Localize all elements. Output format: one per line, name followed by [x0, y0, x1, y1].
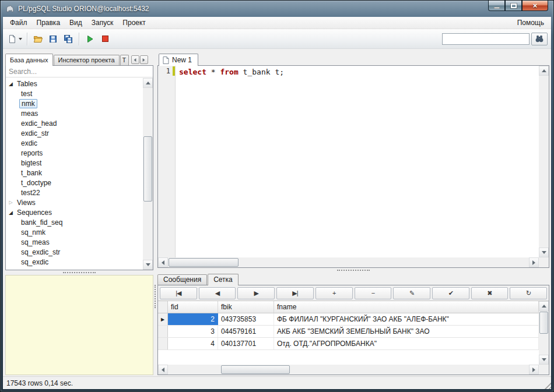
cell-fid[interactable]: 3: [168, 326, 218, 337]
menu-help[interactable]: Помощь: [513, 17, 549, 28]
cancel-edit-button[interactable]: ✖: [471, 287, 509, 299]
scrollbar-thumb[interactable]: [169, 258, 239, 267]
tree-item-bank-fid-seq[interactable]: bank_fid_seq: [6, 217, 143, 227]
save-all-button[interactable]: [61, 32, 75, 46]
tree-item-t-bank[interactable]: t_bank: [6, 168, 143, 178]
tree-item-bigtest[interactable]: bigtest: [6, 158, 143, 168]
menu-run[interactable]: Запуск: [87, 17, 118, 28]
insert-record-button[interactable]: +: [315, 287, 353, 299]
tree-item-exdic-head[interactable]: exdic_head: [6, 118, 143, 128]
tree-item-reports[interactable]: reports: [6, 148, 143, 158]
arrow-up-icon: [146, 82, 150, 84]
tree-group-views[interactable]: ▷Views: [6, 197, 143, 207]
cell-fname[interactable]: АКБ АКБ "ЗЕМСКИЙ ЗЕМЕЛЬНЫЙ БАНК" ЗАО: [274, 326, 539, 337]
editor-horizontal-scrollbar[interactable]: [158, 257, 539, 267]
tree-item-exdic-str[interactable]: exdic_str: [6, 128, 143, 138]
post-edit-button[interactable]: ✔: [432, 287, 469, 299]
prior-record-button[interactable]: ◀: [199, 287, 236, 299]
tree-group-sequences[interactable]: ◢Sequences: [6, 207, 143, 217]
editor-tab-new1[interactable]: New 1: [159, 54, 198, 66]
menu-project[interactable]: Проект: [118, 17, 150, 28]
first-record-button[interactable]: |◀: [160, 287, 197, 299]
column-header-fbik[interactable]: fbik: [218, 301, 274, 313]
toolbar-search-input[interactable]: [442, 33, 530, 45]
maximize-button[interactable]: [505, 1, 522, 11]
table-row[interactable]: ▶ 2 043735853 ФБ ФИЛИАЛ "КУРГАНСКИЙ" ЗАО…: [158, 313, 539, 326]
tab-messages[interactable]: Сообщения: [157, 274, 207, 285]
tab-scroll-right-button[interactable]: [140, 55, 148, 64]
stop-button[interactable]: [98, 32, 112, 46]
open-file-button[interactable]: [31, 32, 45, 46]
scroll-down-button[interactable]: [539, 248, 549, 257]
tab-clipped[interactable]: Т: [120, 55, 129, 65]
left-horizontal-splitter[interactable]: [5, 270, 153, 275]
resize-grip[interactable]: [543, 381, 551, 389]
menu-edit[interactable]: Правка: [32, 17, 65, 28]
scroll-right-button[interactable]: [529, 365, 539, 375]
scroll-right-button[interactable]: [529, 257, 539, 267]
scroll-left-button[interactable]: [158, 257, 168, 267]
refresh-button[interactable]: ↻: [510, 287, 547, 299]
grid-horizontal-scrollbar[interactable]: [158, 365, 539, 375]
tree-item-sq-meas[interactable]: sq_meas: [6, 237, 143, 247]
editor-vertical-scrollbar[interactable]: [539, 66, 549, 257]
minimize-button[interactable]: [488, 1, 505, 11]
tree-group-tables[interactable]: ◢Tables: [6, 79, 143, 89]
tree-item-sq-nmk[interactable]: sq_nmk: [6, 227, 143, 237]
tree-item-meas[interactable]: meas: [6, 108, 143, 118]
code-area[interactable]: select * from t_bank t;: [176, 66, 539, 257]
collapsed-icon[interactable]: ▷: [6, 200, 15, 205]
tab-scroll-left-button[interactable]: [131, 55, 139, 64]
menu-file[interactable]: Файл: [5, 17, 32, 28]
scroll-left-button[interactable]: [158, 365, 168, 375]
column-header-fid[interactable]: fid: [168, 301, 218, 313]
cell-fbik[interactable]: 040137701: [218, 338, 274, 349]
cell-fbik[interactable]: 043735853: [218, 313, 274, 325]
tab-grid[interactable]: Сетка: [208, 274, 239, 285]
scroll-up-button[interactable]: [539, 66, 549, 76]
results-splitter[interactable]: [157, 268, 549, 273]
tree-item-nmk[interactable]: nmk: [6, 98, 143, 108]
tree-item-test22[interactable]: test22: [6, 188, 143, 197]
table-row[interactable]: 4 040137701 Отд. ОТД."АГРОПРОМБАНКА": [158, 338, 539, 350]
last-record-button[interactable]: ▶|: [276, 287, 314, 299]
tree-search-input[interactable]: [6, 66, 153, 77]
scrollbar-thumb[interactable]: [221, 365, 290, 374]
tree-item-exdic[interactable]: exdic: [6, 138, 143, 148]
column-header-fname[interactable]: fname: [274, 301, 539, 313]
expanded-icon[interactable]: ◢: [6, 81, 15, 87]
close-button[interactable]: ×: [522, 1, 548, 11]
menu-view[interactable]: Вид: [65, 17, 87, 28]
scroll-down-button[interactable]: [143, 260, 153, 270]
delete-record-button[interactable]: −: [355, 287, 392, 299]
tree-scrollbar[interactable]: [143, 78, 153, 270]
run-button[interactable]: [83, 32, 97, 46]
table-row[interactable]: 3 044579161 АКБ АКБ "ЗЕМСКИЙ ЗЕМЕЛЬНЫЙ Б…: [158, 326, 539, 338]
tree-item-test[interactable]: test: [6, 89, 143, 98]
save-button[interactable]: [46, 32, 60, 46]
new-file-button[interactable]: [6, 32, 23, 46]
cell-fid[interactable]: 4: [168, 338, 218, 349]
tab-project-inspector[interactable]: Инспектор проекта: [54, 55, 120, 65]
expanded-icon[interactable]: ◢: [6, 210, 15, 216]
cell-fid[interactable]: 2: [168, 313, 218, 325]
scroll-up-button[interactable]: [539, 301, 549, 311]
tree-item-sq-exdic-str[interactable]: sq_exdic_str: [6, 247, 143, 257]
scrollbar-thumb[interactable]: [143, 136, 152, 202]
cell-fname[interactable]: Отд. ОТД."АГРОПРОМБАНКА": [274, 338, 539, 349]
scrollbar-thumb[interactable]: [539, 312, 548, 334]
tab-database[interactable]: База данных: [5, 54, 53, 66]
find-button[interactable]: [531, 33, 548, 45]
cell-fbik[interactable]: 044579161: [218, 326, 274, 337]
tree-item-t-doctype[interactable]: t_doctype: [6, 178, 143, 188]
vertical-splitter[interactable]: [153, 52, 157, 375]
next-record-button[interactable]: ▶: [237, 287, 275, 299]
tree-item-sq-exdic[interactable]: sq_exdic: [6, 257, 143, 267]
cell-fname[interactable]: ФБ ФИЛИАЛ "КУРГАНСКИЙ" ЗАО АКБ "АЛЕФ-БАН…: [274, 313, 539, 325]
scroll-up-button[interactable]: [143, 78, 153, 88]
edit-record-button[interactable]: ✎: [393, 287, 430, 299]
scroll-down-button[interactable]: [539, 355, 549, 365]
app-icon[interactable]: [5, 4, 15, 13]
grid-vertical-scrollbar[interactable]: [539, 301, 549, 365]
new-file-dropdown-icon[interactable]: [19, 38, 22, 42]
